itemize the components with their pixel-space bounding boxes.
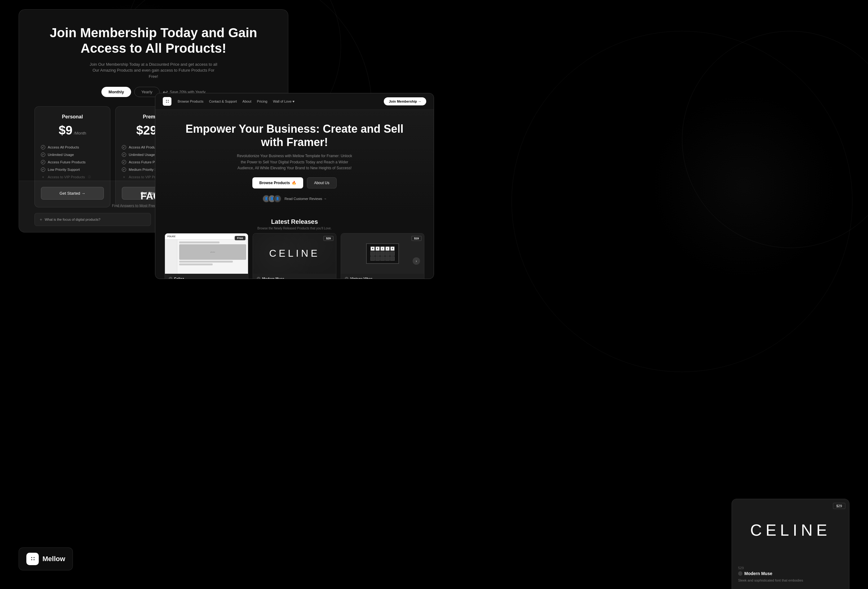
cross-icon: × bbox=[122, 175, 126, 179]
folioz-body: photo bbox=[165, 240, 248, 274]
hello-board: H E L L O bbox=[366, 244, 399, 264]
folioz-name: Folioz bbox=[174, 277, 184, 279]
monthly-btn[interactable]: Monthly bbox=[101, 87, 131, 97]
nav-wall-of-love[interactable]: Wall of Love ♥ bbox=[273, 99, 294, 103]
cell bbox=[390, 251, 395, 256]
bottom-logo-icon: ∷ bbox=[27, 553, 39, 565]
celine-product-name: Modern Muse bbox=[744, 571, 772, 576]
products-grid: FOLIOZ photo Free bbox=[165, 233, 424, 279]
vintage-name-row: ● Vintage Vibes bbox=[345, 277, 420, 279]
celine-card-number: 529 bbox=[738, 566, 843, 570]
nav-links: Browse Products Contact & Support About … bbox=[178, 99, 378, 103]
read-reviews-link[interactable]: Read Customer Reviews → bbox=[285, 197, 327, 201]
personal-amount: $9 bbox=[59, 123, 72, 137]
about-us-label: About Us bbox=[314, 181, 329, 185]
folioz-badge: Free bbox=[235, 236, 245, 240]
site-logo: ∷ bbox=[163, 97, 171, 106]
customer-reviews: 👤 👤 👤 Read Customer Reviews → bbox=[174, 195, 415, 203]
modern-muse-name-row: ● Modern Muse bbox=[257, 277, 332, 279]
celine-card-info: 529 Modern Muse Sleek and sophisticated … bbox=[732, 561, 849, 589]
feature-text: Unlimited Usage bbox=[48, 153, 74, 156]
fire-icon: 🔥 bbox=[292, 181, 296, 185]
feature-text: Access to VIP Products bbox=[48, 175, 85, 179]
check-icon: ✓ bbox=[122, 152, 126, 157]
nav-pricing[interactable]: Pricing bbox=[257, 99, 267, 103]
feature-item: ✓ Low Priority Support bbox=[41, 166, 104, 173]
avatar-3: 👤 bbox=[273, 195, 282, 203]
arrow-icon: → bbox=[323, 197, 327, 201]
folioz-content: photo bbox=[177, 240, 248, 274]
check-icon: ✓ bbox=[122, 145, 126, 149]
personal-period: /Month bbox=[74, 131, 86, 136]
folioz-info: ● Folioz Folioz is a Minimal and Clean P… bbox=[165, 274, 248, 279]
celine-product-card[interactable]: CELINE $29 529 Modern Muse Sleek and sop… bbox=[732, 499, 849, 589]
cell bbox=[371, 251, 375, 256]
check-icon: ✓ bbox=[122, 167, 126, 172]
check-icon: ✓ bbox=[122, 160, 126, 164]
modern-muse-badge: $29 bbox=[323, 236, 334, 241]
join-label: Join Membership → bbox=[389, 99, 421, 103]
about-us-button[interactable]: About Us bbox=[307, 177, 337, 189]
celine-card-price-badge: $29 bbox=[833, 503, 845, 509]
info-icon: ⓘ bbox=[88, 175, 91, 179]
folioz-image: FOLIOZ photo Free bbox=[165, 233, 248, 274]
cell bbox=[380, 256, 385, 261]
modern-muse-image: CELINE $29 bbox=[253, 233, 336, 274]
bottom-logo-text: Mellow bbox=[43, 555, 65, 563]
vintage-badge: $19 bbox=[411, 236, 422, 241]
product-vintage-vibes[interactable]: H E L L O bbox=[341, 233, 424, 279]
folioz-line bbox=[179, 242, 220, 244]
cell: E bbox=[375, 247, 380, 251]
folioz-line bbox=[179, 261, 233, 263]
check-icon: ✓ bbox=[41, 152, 45, 157]
feature-item: ✓ Access Future Products bbox=[41, 158, 104, 166]
cell bbox=[385, 256, 390, 261]
browse-products-button[interactable]: Browse Products 🔥 bbox=[252, 177, 303, 189]
cell: L bbox=[385, 247, 390, 251]
faq-item-1[interactable]: + What is the focus of digital products? bbox=[34, 213, 151, 226]
personal-features: ✓ Access All Products ✓ Unlimited Usage … bbox=[41, 143, 104, 181]
site-navbar: ∷ Browse Products Contact & Support Abou… bbox=[155, 93, 434, 110]
join-membership-button[interactable]: Join Membership → bbox=[384, 97, 426, 105]
feature-text: Access Future Products bbox=[48, 160, 86, 164]
product-folioz[interactable]: FOLIOZ photo Free bbox=[165, 233, 248, 279]
celine-large-text: CELINE bbox=[750, 521, 831, 539]
vintage-vibes-info: ● Vintage Vibes Nostalgic and retro-insp… bbox=[341, 274, 424, 279]
check-icon: ✓ bbox=[41, 145, 45, 149]
nav-contact-support[interactable]: Contact & Support bbox=[209, 99, 237, 103]
feature-text: Low Priority Support bbox=[48, 168, 80, 171]
hero-section: Empower Your Business: Create and Sell w… bbox=[155, 110, 434, 212]
nav-about[interactable]: About bbox=[242, 99, 251, 103]
releases-subtitle: Browse the Newly Released Products that … bbox=[165, 227, 424, 230]
nav-browse-products[interactable]: Browse Products bbox=[178, 99, 203, 103]
celine-card-image: CELINE $29 bbox=[732, 499, 849, 561]
website-preview-card: ∷ Browse Products Contact & Support Abou… bbox=[155, 93, 434, 279]
faq-plus-icon: + bbox=[40, 217, 42, 222]
product-modern-muse[interactable]: CELINE $29 ● Modern Muse Sleek and sophi… bbox=[252, 233, 337, 279]
logo-symbol: ∷ bbox=[166, 99, 169, 104]
vintage-dot-icon: ● bbox=[345, 277, 348, 279]
feature-text: Access All Products bbox=[48, 145, 79, 149]
review-avatars: 👤 👤 👤 bbox=[262, 195, 282, 203]
folioz-dot-icon: ● bbox=[169, 277, 172, 279]
hero-title: Empower Your Business: Create and Sell w… bbox=[174, 122, 415, 149]
premium-amount: $29 bbox=[136, 123, 157, 137]
feature-item: ✓ Access All Products bbox=[41, 143, 104, 151]
check-icon: ✓ bbox=[41, 167, 45, 172]
feature-item: ✓ Unlimited Usage bbox=[41, 151, 104, 158]
cell: H bbox=[371, 247, 375, 251]
personal-plan-name: Personal bbox=[41, 114, 104, 120]
releases-title: Latest Releases bbox=[165, 218, 424, 225]
products-next-arrow[interactable]: › bbox=[413, 257, 420, 265]
folioz-line bbox=[179, 264, 213, 265]
modern-muse-dot-icon: ● bbox=[257, 277, 260, 279]
cell bbox=[390, 256, 395, 261]
pricing-subtitle: Join Our Membership Today at a Discounte… bbox=[89, 61, 218, 80]
celine-brand-text: CELINE bbox=[269, 248, 320, 259]
hero-subtitle: Revolutionize Your Business with Mellow … bbox=[236, 153, 353, 171]
cell bbox=[375, 256, 380, 261]
folioz-img-placeholder: photo bbox=[179, 244, 246, 260]
modern-muse-name: Modern Muse bbox=[262, 277, 284, 279]
logo-mark: ∷ bbox=[31, 555, 34, 562]
bottom-logo: ∷ Mellow bbox=[19, 548, 73, 570]
